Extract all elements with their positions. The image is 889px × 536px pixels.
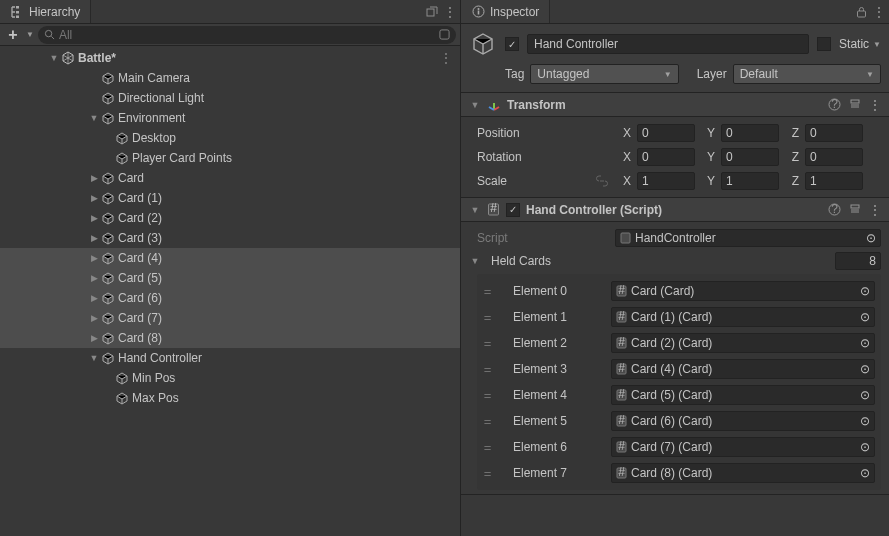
fold-icon[interactable]: ▶ bbox=[88, 313, 100, 323]
add-button[interactable]: + bbox=[4, 26, 22, 44]
hierarchy-item[interactable]: ▶Card (1) bbox=[0, 188, 460, 208]
enabled-checkbox[interactable]: ✓ bbox=[505, 37, 519, 51]
fold-icon[interactable]: ▼ bbox=[469, 205, 481, 215]
search-input[interactable] bbox=[59, 28, 435, 42]
tab-hierarchy[interactable]: Hierarchy bbox=[0, 0, 91, 23]
gameobject-icon[interactable] bbox=[469, 30, 497, 58]
lock-icon[interactable] bbox=[856, 6, 867, 18]
object-reference-field[interactable]: #Card (6) (Card)⊙ bbox=[611, 411, 875, 431]
script-enabled-checkbox[interactable]: ✓ bbox=[506, 203, 520, 217]
hierarchy-item[interactable]: Player Card Points bbox=[0, 148, 460, 168]
scene-row[interactable]: ▼ Battle* ⋮ bbox=[0, 48, 460, 68]
drag-handle-icon[interactable]: = bbox=[481, 388, 495, 403]
hierarchy-item[interactable]: ▶Card (2) bbox=[0, 208, 460, 228]
z-input[interactable] bbox=[805, 172, 863, 190]
add-dropdown-icon[interactable]: ▼ bbox=[26, 30, 34, 39]
y-input[interactable] bbox=[721, 148, 779, 166]
constrain-icon[interactable] bbox=[595, 175, 609, 187]
drag-handle-icon[interactable]: = bbox=[481, 414, 495, 429]
object-picker-icon[interactable]: ⊙ bbox=[860, 440, 870, 454]
script-header[interactable]: ▼ # ✓ Hand Controller (Script) ? ⋮ bbox=[461, 198, 889, 222]
y-input[interactable] bbox=[721, 124, 779, 142]
drag-handle-icon[interactable]: = bbox=[481, 336, 495, 351]
hierarchy-item[interactable]: ▶Card (7) bbox=[0, 308, 460, 328]
fold-icon[interactable]: ▼ bbox=[469, 256, 481, 266]
search-input-wrap[interactable] bbox=[38, 26, 456, 44]
object-reference-field[interactable]: #Card (7) (Card)⊙ bbox=[611, 437, 875, 457]
fold-icon[interactable]: ▶ bbox=[88, 213, 100, 223]
object-reference-field[interactable]: #Card (5) (Card)⊙ bbox=[611, 385, 875, 405]
fold-icon[interactable]: ▶ bbox=[88, 333, 100, 343]
object-picker-icon[interactable]: ⊙ bbox=[860, 336, 870, 350]
fold-icon[interactable]: ▼ bbox=[88, 113, 100, 123]
object-reference-field[interactable]: #Card (2) (Card)⊙ bbox=[611, 333, 875, 353]
x-input[interactable] bbox=[637, 148, 695, 166]
object-reference-field[interactable]: #Card (4) (Card)⊙ bbox=[611, 359, 875, 379]
tab-inspector[interactable]: Inspector bbox=[461, 0, 550, 23]
tag-dropdown[interactable]: Untagged▼ bbox=[530, 64, 678, 84]
y-input[interactable] bbox=[721, 172, 779, 190]
panel-menu-icon[interactable]: ⋮ bbox=[873, 5, 885, 19]
object-picker-icon[interactable]: ⊙ bbox=[860, 388, 870, 402]
tag-label: Tag bbox=[505, 67, 524, 81]
hierarchy-item[interactable]: ▼Hand Controller bbox=[0, 348, 460, 368]
drag-handle-icon[interactable]: = bbox=[481, 362, 495, 377]
hierarchy-item[interactable]: ▶Card (3) bbox=[0, 228, 460, 248]
static-label[interactable]: Static▼ bbox=[839, 37, 881, 51]
fold-icon[interactable]: ▶ bbox=[88, 293, 100, 303]
object-picker-icon[interactable]: ⊙ bbox=[860, 362, 870, 376]
object-picker-icon[interactable]: ⊙ bbox=[860, 414, 870, 428]
drag-handle-icon[interactable]: = bbox=[481, 284, 495, 299]
script-object-field[interactable]: HandController ⊙ bbox=[615, 229, 881, 247]
object-picker-icon[interactable]: ⊙ bbox=[860, 466, 870, 480]
fold-icon[interactable]: ▶ bbox=[88, 193, 100, 203]
x-input[interactable] bbox=[637, 124, 695, 142]
object-reference-field[interactable]: #Card (Card)⊙ bbox=[611, 281, 875, 301]
hierarchy-item[interactable]: ▶Card (8) bbox=[0, 328, 460, 348]
fold-icon[interactable]: ▼ bbox=[88, 353, 100, 363]
held-cards-row[interactable]: ▼ Held Cards bbox=[469, 250, 881, 272]
static-checkbox[interactable] bbox=[817, 37, 831, 51]
z-input[interactable] bbox=[805, 124, 863, 142]
hierarchy-item[interactable]: Min Pos bbox=[0, 368, 460, 388]
component-menu-icon[interactable]: ⋮ bbox=[869, 98, 881, 112]
object-picker-icon[interactable]: ⊙ bbox=[866, 231, 876, 245]
hierarchy-item[interactable]: ▶Card (6) bbox=[0, 288, 460, 308]
fold-icon[interactable]: ▶ bbox=[88, 233, 100, 243]
hierarchy-item[interactable]: Directional Light bbox=[0, 88, 460, 108]
object-reference-field[interactable]: #Card (8) (Card)⊙ bbox=[611, 463, 875, 483]
component-menu-icon[interactable]: ⋮ bbox=[869, 203, 881, 217]
popout-icon[interactable] bbox=[426, 6, 438, 18]
fold-icon[interactable]: ▶ bbox=[88, 253, 100, 263]
layer-dropdown[interactable]: Default▼ bbox=[733, 64, 881, 84]
array-size-input[interactable] bbox=[835, 252, 881, 270]
help-icon[interactable]: ? bbox=[828, 203, 841, 217]
preset-icon[interactable] bbox=[849, 98, 861, 112]
help-icon[interactable]: ? bbox=[828, 98, 841, 112]
fold-icon[interactable]: ▶ bbox=[88, 173, 100, 183]
hierarchy-item[interactable]: ▶Card (5) bbox=[0, 268, 460, 288]
fold-icon[interactable]: ▼ bbox=[469, 100, 481, 110]
object-picker-icon[interactable]: ⊙ bbox=[860, 310, 870, 324]
fold-icon[interactable]: ▶ bbox=[88, 273, 100, 283]
hierarchy-item[interactable]: Max Pos bbox=[0, 388, 460, 408]
search-type-icon[interactable] bbox=[439, 29, 450, 40]
hierarchy-item[interactable]: ▶Card bbox=[0, 168, 460, 188]
panel-menu-icon[interactable]: ⋮ bbox=[444, 5, 456, 19]
hierarchy-item[interactable]: Desktop bbox=[0, 128, 460, 148]
z-input[interactable] bbox=[805, 148, 863, 166]
fold-icon[interactable]: ▼ bbox=[48, 53, 60, 63]
drag-handle-icon[interactable]: = bbox=[481, 440, 495, 455]
hierarchy-item[interactable]: ▼Environment bbox=[0, 108, 460, 128]
object-picker-icon[interactable]: ⊙ bbox=[860, 284, 870, 298]
object-reference-field[interactable]: #Card (1) (Card)⊙ bbox=[611, 307, 875, 327]
transform-header[interactable]: ▼ Transform ? ⋮ bbox=[461, 93, 889, 117]
hierarchy-item[interactable]: ▶Card (4) bbox=[0, 248, 460, 268]
drag-handle-icon[interactable]: = bbox=[481, 466, 495, 481]
hierarchy-item[interactable]: Main Camera bbox=[0, 68, 460, 88]
preset-icon[interactable] bbox=[849, 203, 861, 217]
x-input[interactable] bbox=[637, 172, 695, 190]
drag-handle-icon[interactable]: = bbox=[481, 310, 495, 325]
scene-menu-icon[interactable]: ⋮ bbox=[440, 51, 452, 65]
gameobject-name-input[interactable] bbox=[527, 34, 809, 54]
